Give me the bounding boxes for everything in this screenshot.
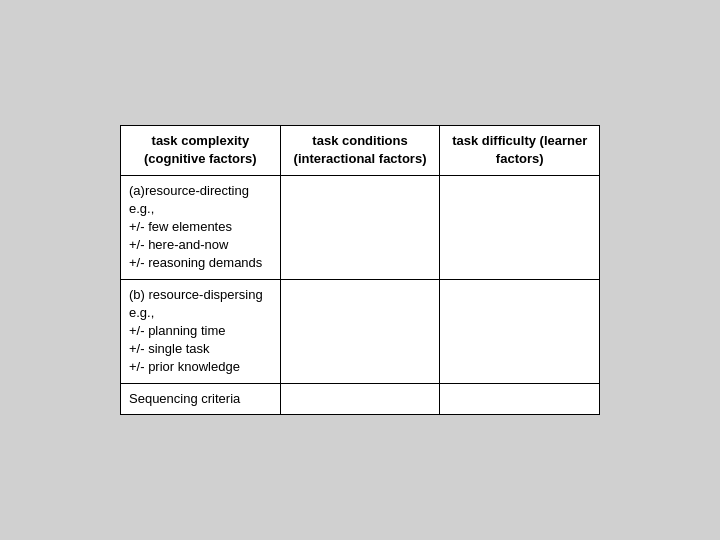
header-complexity: task complexity (cognitive factors): [121, 126, 281, 175]
cell-resource-directing: (a)resource-directing e.g., +/- few elem…: [121, 175, 281, 279]
cell-difficulty-1: [440, 175, 600, 279]
header-row: task complexity (cognitive factors) task…: [121, 126, 600, 175]
table-wrapper: task complexity (cognitive factors) task…: [100, 105, 620, 434]
header-conditions: task conditions (interactional factors): [280, 126, 440, 175]
cell-resource-dispersing: (b) resource-dispersing e.g., +/- planni…: [121, 279, 281, 383]
row-resource-directing: (a)resource-directing e.g., +/- few elem…: [121, 175, 600, 279]
cell-conditions-3: [280, 383, 440, 414]
cell-conditions-1: [280, 175, 440, 279]
cell-conditions-2: [280, 279, 440, 383]
cell-sequencing: Sequencing criteria: [121, 383, 281, 414]
cell-difficulty-2: [440, 279, 600, 383]
row-resource-dispersing: (b) resource-dispersing e.g., +/- planni…: [121, 279, 600, 383]
row-sequencing: Sequencing criteria: [121, 383, 600, 414]
cell-difficulty-3: [440, 383, 600, 414]
header-difficulty: task difficulty (learner factors): [440, 126, 600, 175]
main-table: task complexity (cognitive factors) task…: [120, 125, 600, 414]
